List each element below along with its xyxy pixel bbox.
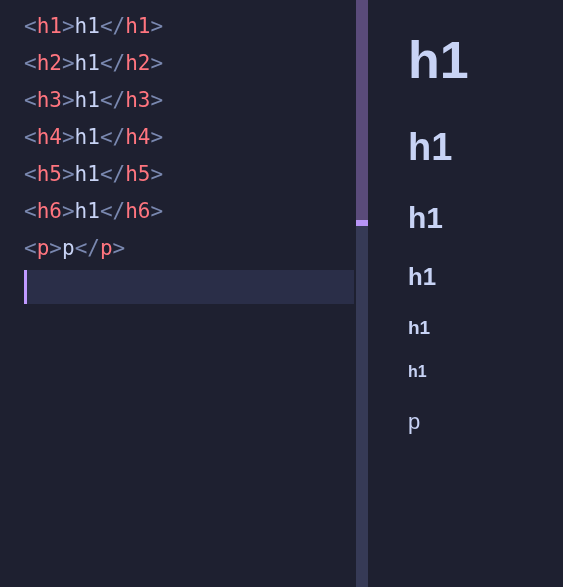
- scrollbar-cursor-marker: [356, 220, 368, 226]
- scrollbar-thumb[interactable]: [356, 0, 368, 220]
- preview-h5: h1: [408, 317, 563, 339]
- preview-p: p: [408, 409, 563, 435]
- code-line-5[interactable]: <h5>h1</h5>: [24, 156, 356, 193]
- code-line-3[interactable]: <h3>h1</h3>: [24, 82, 356, 119]
- active-line-highlight: [24, 270, 354, 304]
- split-view: <h1>h1</h1> <h2>h1</h2> <h3>h1</h3> <h4>…: [0, 0, 563, 587]
- preview-h3: h1: [408, 201, 563, 235]
- preview-h2: h1: [408, 126, 563, 169]
- editor-scrollbar[interactable]: [356, 0, 368, 587]
- preview-pane[interactable]: h1 h1 h1 h1 h1 h1 p: [368, 0, 563, 587]
- code-line-6[interactable]: <h6>h1</h6>: [24, 193, 356, 230]
- code-line-1[interactable]: <h1>h1</h1>: [24, 8, 356, 45]
- preview-h6: h1: [408, 363, 563, 381]
- code-line-7[interactable]: <p>p</p>: [24, 230, 356, 267]
- code-line-4[interactable]: <h4>h1</h4>: [24, 119, 356, 156]
- code-line-2[interactable]: <h2>h1</h2>: [24, 45, 356, 82]
- editor-pane[interactable]: <h1>h1</h1> <h2>h1</h2> <h3>h1</h3> <h4>…: [0, 0, 356, 587]
- preview-h4: h1: [408, 263, 563, 291]
- preview-h1: h1: [408, 30, 563, 90]
